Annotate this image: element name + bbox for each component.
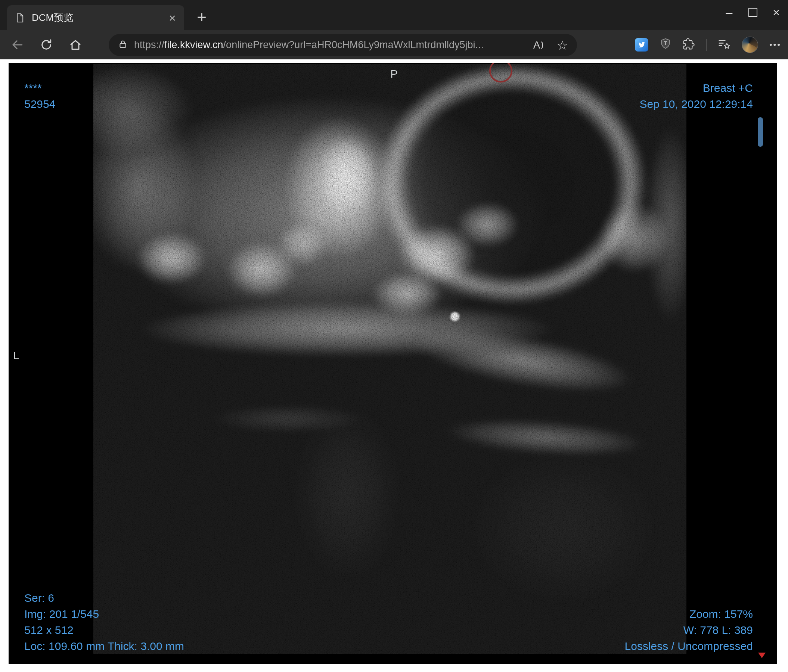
url-path: /onlinePreview?url=aHR0cHM6Ly9maWxlLmtrd… xyxy=(223,39,484,51)
zoom-level: Zoom: 157% xyxy=(625,606,753,622)
puzzle-extension-icon[interactable] xyxy=(683,38,695,52)
favorite-star-button[interactable]: ☆ xyxy=(557,39,568,52)
document-icon xyxy=(14,11,26,24)
overlay-top-right: Breast +C Sep 10, 2020 12:29:14 xyxy=(639,80,753,112)
orientation-marker-left: L xyxy=(13,347,19,363)
address-bar-actions: A ☆ xyxy=(533,39,568,52)
orientation-marker-posterior: P xyxy=(386,66,402,82)
url-domain: file.kkview.cn xyxy=(164,39,223,51)
tab-close-icon[interactable]: × xyxy=(166,12,179,24)
mri-image[interactable] xyxy=(93,64,686,654)
toolbar-extensions: T ••• xyxy=(635,30,781,59)
read-aloud-icon: A xyxy=(533,39,540,51)
window-level: W: 778 L: 389 xyxy=(625,622,753,638)
dicom-viewer[interactable]: **** 52954 P Breast +C Sep 10, 2020 12:2… xyxy=(9,63,777,664)
overlay-bottom-left: Ser: 6 Img: 201 1/545 512 x 512 Loc: 109… xyxy=(24,590,184,654)
study-datetime: Sep 10, 2020 12:29:14 xyxy=(639,96,753,112)
url-scheme: https:// xyxy=(134,39,164,51)
window-controls: – × xyxy=(717,0,788,25)
noise-overlay xyxy=(93,64,686,654)
close-window-button[interactable]: × xyxy=(764,0,788,25)
new-tab-button[interactable]: + xyxy=(191,7,212,28)
series-number: Ser: 6 xyxy=(24,590,184,606)
overlay-top-left: **** 52954 xyxy=(24,80,55,112)
slice-location: Loc: 109.60 mm Thick: 3.00 mm xyxy=(24,638,184,654)
page-content: **** 52954 P Breast +C Sep 10, 2020 12:2… xyxy=(0,59,788,672)
blue-bird-extension-icon[interactable] xyxy=(635,38,648,52)
svg-text:T: T xyxy=(664,40,667,46)
back-button[interactable] xyxy=(10,37,25,52)
favorites-collections-icon[interactable] xyxy=(718,38,731,52)
maximize-icon xyxy=(748,8,757,17)
scrollbar-thumb[interactable] xyxy=(758,117,763,147)
maximize-button[interactable] xyxy=(741,0,764,25)
settings-menu-button[interactable]: ••• xyxy=(769,40,781,50)
toolbar-separator xyxy=(706,39,707,51)
patient-number: 52954 xyxy=(24,96,55,112)
tab-title: DCM预览 xyxy=(32,11,166,24)
patient-id-masked: **** xyxy=(24,80,55,96)
browser-tab[interactable]: DCM预览 × xyxy=(7,5,184,30)
url-text[interactable]: https://file.kkview.cn/onlinePreview?url… xyxy=(134,39,527,51)
read-aloud-button[interactable]: A xyxy=(533,39,545,51)
lock-icon[interactable] xyxy=(118,39,128,51)
sound-wave-icon xyxy=(540,40,545,51)
image-matrix: 512 x 512 xyxy=(24,622,184,638)
browser-titlebar: DCM预览 × + – × xyxy=(0,0,788,30)
overlay-bottom-right: Zoom: 157% W: 778 L: 389 Lossless / Unco… xyxy=(625,606,753,654)
profile-avatar[interactable] xyxy=(742,36,758,53)
home-button[interactable] xyxy=(68,37,83,52)
minimize-button[interactable]: – xyxy=(717,0,741,25)
browser-toolbar: https://file.kkview.cn/onlinePreview?url… xyxy=(0,30,788,59)
address-bar[interactable]: https://file.kkview.cn/onlinePreview?url… xyxy=(109,34,577,56)
refresh-button[interactable] xyxy=(39,37,54,52)
scroll-down-arrow[interactable] xyxy=(758,653,766,658)
nav-buttons xyxy=(10,30,83,59)
shield-extension-icon[interactable]: T xyxy=(659,38,672,52)
study-description: Breast +C xyxy=(639,80,753,96)
compression-info: Lossless / Uncompressed xyxy=(625,638,753,654)
image-index: Img: 201 1/545 xyxy=(24,606,184,622)
